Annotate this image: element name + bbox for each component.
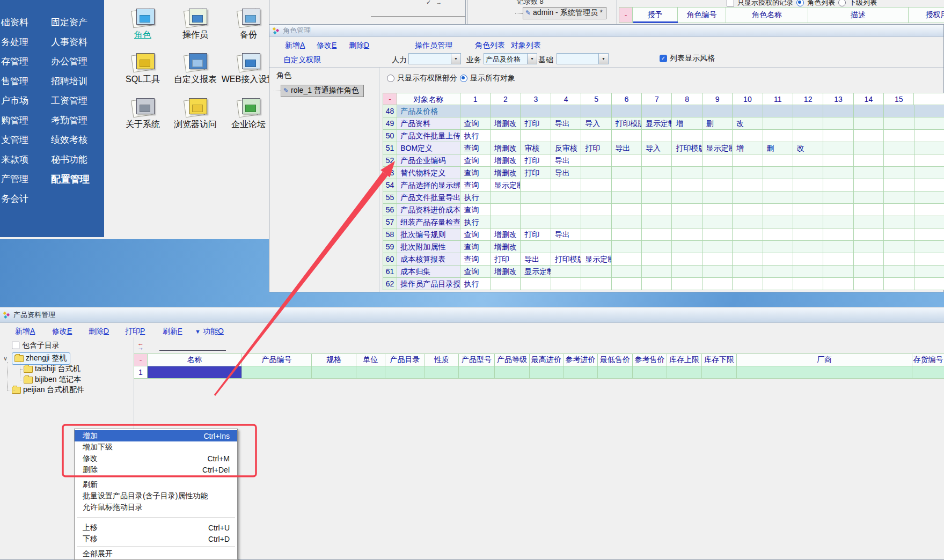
grant-column-header[interactable]: 授权用户 <box>909 7 944 23</box>
permission-cell[interactable]: 查询 <box>460 266 491 278</box>
all-objects-radio[interactable] <box>460 75 467 82</box>
toolbar-button-对象列表[interactable]: 对象列表 <box>511 41 541 50</box>
permission-cell[interactable] <box>914 142 944 154</box>
permission-cell[interactable] <box>612 179 642 191</box>
permission-column-header[interactable]: 11 <box>763 93 793 105</box>
menu-item-上移[interactable]: 上移Ctrl+U <box>75 522 237 533</box>
permission-cell[interactable] <box>793 216 823 229</box>
sidebar-item[interactable]: 产管理 <box>1 173 28 185</box>
product-column-header-规格[interactable]: 规格 <box>312 353 356 366</box>
permission-column-header[interactable]: 10 <box>733 93 763 105</box>
product-data-cell[interactable] <box>385 366 425 379</box>
icon-item-角色[interactable]: 角色 <box>113 9 172 41</box>
business-filter-dropdown[interactable]: 产品及价格 ▼ <box>484 53 537 64</box>
product-data-cell[interactable] <box>702 366 737 379</box>
permission-cell[interactable]: 查询 <box>460 117 491 130</box>
menu-item-修改[interactable]: 修改Ctrl+M <box>75 453 237 464</box>
permission-cell[interactable]: 查询 <box>460 241 491 253</box>
permission-cell[interactable] <box>460 105 491 117</box>
permission-cell[interactable]: 增删改 <box>491 229 521 241</box>
permission-cell[interactable] <box>914 204 944 216</box>
sidebar-item[interactable]: 考勤管理 <box>51 114 87 127</box>
dropdown-arrow-icon[interactable]: ▼ <box>451 54 460 64</box>
sidebar-item[interactable]: 存管理 <box>1 55 28 68</box>
menu-item-增加下级[interactable]: 增加下级 <box>75 441 237 453</box>
permission-cell[interactable]: 查询 <box>460 253 491 266</box>
permission-cell[interactable]: 导出 <box>551 154 581 167</box>
permission-cell[interactable] <box>612 253 642 266</box>
permission-cell[interactable] <box>854 179 884 191</box>
icon-item-关于系统[interactable]: 关于系统 <box>113 98 172 130</box>
permission-cell[interactable] <box>763 253 793 266</box>
object-name-cell[interactable]: 批次附加属性 <box>397 241 460 253</box>
permission-cell[interactable] <box>702 266 733 278</box>
permission-table-row[interactable]: 57组装产品存量检查执行 <box>383 216 944 229</box>
permission-cell[interactable] <box>581 105 611 117</box>
permission-cell[interactable] <box>551 179 581 191</box>
permission-cell[interactable] <box>823 167 853 179</box>
permission-cell[interactable] <box>733 130 763 142</box>
object-name-cell[interactable]: 批次编号规则 <box>397 229 460 241</box>
permission-cell[interactable] <box>914 241 944 253</box>
permission-cell[interactable] <box>763 278 793 290</box>
permission-cell[interactable] <box>914 105 944 117</box>
object-name-cell[interactable]: 产品及价格 <box>397 105 460 117</box>
permission-cell[interactable] <box>763 130 793 142</box>
permission-cell[interactable] <box>884 142 914 154</box>
toolbar-button-修改[interactable]: 修改E <box>52 327 72 336</box>
permission-cell[interactable] <box>823 204 853 216</box>
permission-cell[interactable] <box>672 105 702 117</box>
permission-table-row[interactable]: 62操作员产品目录授权执行 <box>383 278 944 290</box>
permission-column-header[interactable]: 15 <box>884 93 914 105</box>
object-name-cell[interactable]: 组装产品存量检查 <box>397 216 460 229</box>
permission-cell[interactable] <box>914 167 944 179</box>
permission-cell[interactable] <box>642 179 672 191</box>
permission-cell[interactable]: 显示定制 <box>581 253 611 266</box>
base-filter-dropdown[interactable]: ▼ <box>557 53 609 64</box>
permission-cell[interactable] <box>702 278 733 290</box>
permission-cell[interactable] <box>914 191 944 204</box>
permission-cell[interactable] <box>672 241 702 253</box>
menu-item-全部展开[interactable]: 全部展开 <box>75 548 237 559</box>
permission-cell[interactable] <box>581 130 611 142</box>
permission-cell[interactable]: 增删改 <box>491 142 521 154</box>
permission-cell[interactable] <box>612 216 642 229</box>
permission-cell[interactable] <box>642 154 672 167</box>
sidebar-item[interactable]: 工资管理 <box>51 94 87 107</box>
product-data-cell[interactable] <box>564 366 598 379</box>
permission-cell[interactable]: 反审核 <box>551 142 581 154</box>
permission-cell[interactable]: 打印 <box>491 253 521 266</box>
sidebar-item[interactable]: 配置管理 <box>51 173 90 186</box>
permission-cell[interactable] <box>491 216 521 229</box>
permission-cell[interactable] <box>793 105 823 117</box>
dropdown-arrow-icon[interactable]: ▼ <box>527 54 537 64</box>
role-item-role1[interactable]: ✎ role_1 普通操作角色 <box>281 85 364 97</box>
permission-cell[interactable]: 打印 <box>521 154 551 167</box>
permission-cell[interactable] <box>551 241 581 253</box>
permission-column-header[interactable]: 4 <box>551 93 581 105</box>
permission-cell[interactable]: 审核 <box>521 142 551 154</box>
sub-list-radio[interactable] <box>838 0 846 6</box>
permission-cell[interactable] <box>854 253 884 266</box>
product-data-cell[interactable] <box>530 366 564 379</box>
permission-cell[interactable] <box>672 167 702 179</box>
permission-cell[interactable] <box>612 105 642 117</box>
permission-cell[interactable] <box>551 216 581 229</box>
permission-table-row[interactable]: 60成本核算报表查询打印导出打印模版显示定制 <box>383 253 944 266</box>
permission-cell[interactable]: 打印 <box>521 117 551 130</box>
product-data-cell[interactable] <box>598 366 633 379</box>
product-data-cell[interactable] <box>242 366 312 379</box>
permission-cell[interactable] <box>884 117 914 130</box>
permission-cell[interactable] <box>642 216 672 229</box>
permission-cell[interactable] <box>702 130 733 142</box>
expander-icon[interactable]: ∨ <box>3 355 10 362</box>
icon-item-浏览器访问[interactable]: 浏览器访问 <box>166 98 225 130</box>
permission-table-row[interactable]: 54产品选择的显示绑定查询显示定制 <box>383 179 944 191</box>
permission-cell[interactable] <box>702 241 733 253</box>
product-column-header-产品等级[interactable]: 产品等级 <box>495 353 530 366</box>
permission-cell[interactable] <box>733 179 763 191</box>
permission-cell[interactable] <box>884 204 914 216</box>
permission-cell[interactable] <box>793 154 823 167</box>
icon-item-自定义报表[interactable]: 自定义报表 <box>166 53 225 85</box>
permission-cell[interactable] <box>551 130 581 142</box>
